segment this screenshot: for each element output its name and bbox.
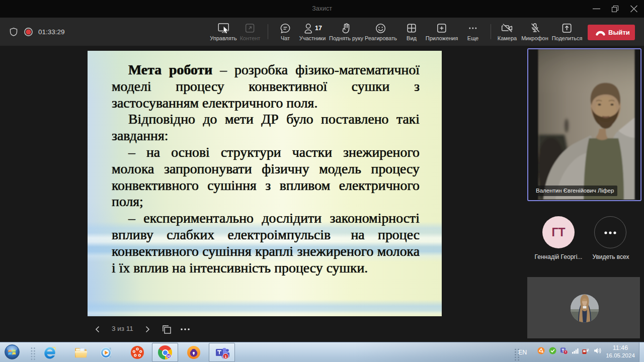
svg-text:1: 1 — [224, 354, 227, 359]
